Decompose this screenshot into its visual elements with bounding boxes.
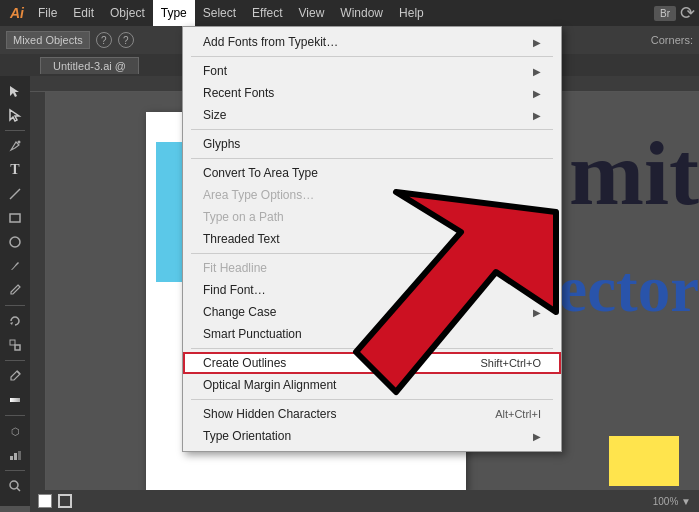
app-logo: Ai xyxy=(4,0,30,26)
partial-text-top: mit xyxy=(569,122,699,225)
stroke-color-box[interactable] xyxy=(58,494,72,508)
menu-smart-punctuation[interactable]: Smart Punctuation xyxy=(183,323,561,345)
toolbar-sep-3 xyxy=(5,360,25,361)
svg-marker-1 xyxy=(10,110,19,121)
fill-color-box[interactable] xyxy=(38,494,52,508)
add-fonts-arrow: ▶ xyxy=(533,37,541,48)
pen-tool[interactable] xyxy=(4,135,26,157)
threaded-text-arrow: ▶ xyxy=(533,234,541,245)
yellow-shape xyxy=(609,436,679,486)
ellipse-tool[interactable] xyxy=(4,231,26,253)
svg-line-15 xyxy=(17,488,20,491)
line-tool[interactable] xyxy=(4,183,26,205)
gradient-tool[interactable] xyxy=(4,389,26,411)
create-outlines-shortcut: Shift+Ctrl+O xyxy=(480,357,541,369)
svg-rect-4 xyxy=(10,214,20,222)
menu-add-fonts[interactable]: Add Fonts from Typekit… ▶ xyxy=(183,31,561,53)
graph-tool[interactable] xyxy=(4,444,26,466)
divider-2 xyxy=(191,129,553,130)
menu-optical-margin[interactable]: Optical Margin Alignment xyxy=(183,374,561,396)
scale-tool[interactable] xyxy=(4,334,26,356)
menu-edit[interactable]: Edit xyxy=(65,0,102,26)
divider-1 xyxy=(191,56,553,57)
partial-text-bottom: ector xyxy=(558,252,699,327)
bridge-button[interactable]: Br xyxy=(654,6,676,21)
menu-type-on-path[interactable]: Type on a Path xyxy=(183,206,561,228)
menu-window[interactable]: Window xyxy=(332,0,391,26)
menu-area-type-options[interactable]: Area Type Options… xyxy=(183,184,561,206)
help-icon-1[interactable]: ? xyxy=(96,32,112,48)
type-tool[interactable]: T xyxy=(4,159,26,181)
toolbar-sep-5 xyxy=(5,470,25,471)
menu-bar: Ai File Edit Object Type Select Effect V… xyxy=(0,0,699,26)
menu-show-hidden-chars[interactable]: Show Hidden Characters Alt+Ctrl+I xyxy=(183,403,561,425)
menu-view[interactable]: View xyxy=(291,0,333,26)
menu-select[interactable]: Select xyxy=(195,0,244,26)
corners-label: Corners: xyxy=(651,34,693,46)
menu-bar-right: Br ⟳ xyxy=(654,2,695,24)
menu-find-font[interactable]: Find Font… xyxy=(183,279,561,301)
type-dropdown-menu: Add Fonts from Typekit… ▶ Font ▶ Recent … xyxy=(182,26,562,452)
svg-rect-8 xyxy=(15,345,20,350)
rect-tool[interactable] xyxy=(4,207,26,229)
menu-effect[interactable]: Effect xyxy=(244,0,290,26)
color-bar: 100% ▼ xyxy=(30,490,699,512)
svg-line-3 xyxy=(10,189,20,199)
show-hidden-shortcut: Alt+Ctrl+I xyxy=(495,408,541,420)
divider-3 xyxy=(191,158,553,159)
svg-marker-6 xyxy=(10,322,13,325)
object-type-display: Mixed Objects xyxy=(6,31,90,49)
svg-point-5 xyxy=(10,237,20,247)
rotate-tool[interactable] xyxy=(4,310,26,332)
svg-point-14 xyxy=(10,481,18,489)
sync-icon[interactable]: ⟳ xyxy=(680,2,695,24)
direct-selection-tool[interactable] xyxy=(4,104,26,126)
menu-create-outlines[interactable]: Create Outlines Shift+Ctrl+O xyxy=(183,352,561,374)
type-orientation-arrow: ▶ xyxy=(533,431,541,442)
font-arrow: ▶ xyxy=(533,66,541,77)
document-tab[interactable]: Untitled-3.ai @ xyxy=(40,57,139,74)
svg-marker-0 xyxy=(10,86,19,97)
eyedropper-tool[interactable] xyxy=(4,365,26,387)
menu-help[interactable]: Help xyxy=(391,0,432,26)
menu-change-case[interactable]: Change Case ▶ xyxy=(183,301,561,323)
recent-fonts-arrow: ▶ xyxy=(533,88,541,99)
vertical-ruler xyxy=(30,92,46,506)
menu-file[interactable]: File xyxy=(30,0,65,26)
pencil-tool[interactable] xyxy=(4,279,26,301)
size-arrow: ▶ xyxy=(533,110,541,121)
menu-object[interactable]: Object xyxy=(102,0,153,26)
status-text: 100% ▼ xyxy=(653,496,691,507)
svg-rect-13 xyxy=(18,451,21,460)
menu-font[interactable]: Font ▶ xyxy=(183,60,561,82)
divider-5 xyxy=(191,348,553,349)
menu-recent-fonts[interactable]: Recent Fonts ▶ xyxy=(183,82,561,104)
svg-rect-11 xyxy=(10,456,13,460)
divider-6 xyxy=(191,399,553,400)
menu-threaded-text[interactable]: Threaded Text ▶ xyxy=(183,228,561,250)
zoom-tool[interactable] xyxy=(4,475,26,497)
divider-4 xyxy=(191,253,553,254)
paintbrush-tool[interactable] xyxy=(4,255,26,277)
selection-tool[interactable] xyxy=(4,80,26,102)
menu-size[interactable]: Size ▶ xyxy=(183,104,561,126)
menu-type-orientation[interactable]: Type Orientation ▶ xyxy=(183,425,561,447)
menu-convert-area-type[interactable]: Convert To Area Type xyxy=(183,162,561,184)
toolbar-sep-2 xyxy=(5,305,25,306)
change-case-arrow: ▶ xyxy=(533,307,541,318)
toolbar-sep-1 xyxy=(5,130,25,131)
svg-line-9 xyxy=(17,371,20,374)
menu-type[interactable]: Type xyxy=(153,0,195,26)
left-toolbar: T ⬡ xyxy=(0,76,30,506)
menu-fit-headline[interactable]: Fit Headline xyxy=(183,257,561,279)
blend-tool[interactable]: ⬡ xyxy=(4,420,26,442)
help-icon-2[interactable]: ? xyxy=(118,32,134,48)
toolbar-sep-4 xyxy=(5,415,25,416)
svg-point-2 xyxy=(18,141,21,144)
svg-rect-12 xyxy=(14,453,17,460)
menu-glyphs[interactable]: Glyphs xyxy=(183,133,561,155)
svg-rect-10 xyxy=(10,398,20,402)
